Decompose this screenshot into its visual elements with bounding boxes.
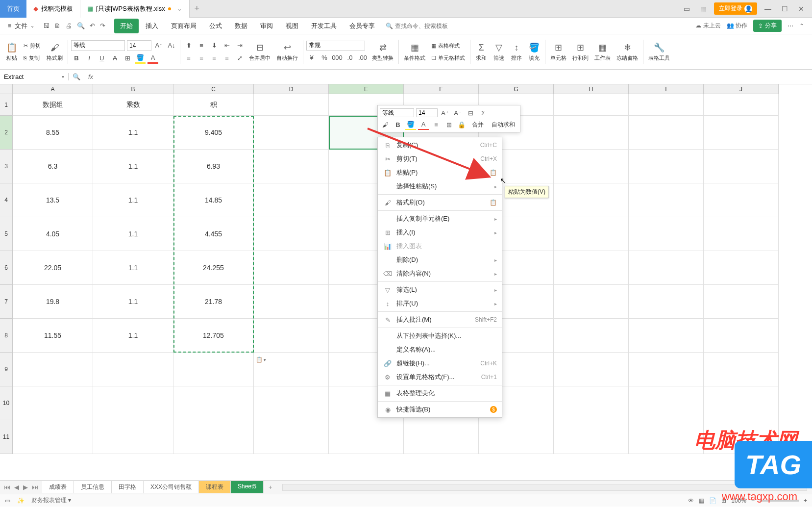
- paste-special-icon[interactable]: 📋: [490, 199, 497, 206]
- cell[interactable]: [629, 217, 704, 251]
- context-menu-item[interactable]: ⊞插入(I)▸: [378, 226, 502, 239]
- increase-font-icon[interactable]: A↑: [153, 40, 164, 51]
- search-input[interactable]: [395, 23, 454, 29]
- column-header[interactable]: A: [13, 84, 93, 94]
- cell[interactable]: [704, 150, 779, 183]
- sort-button[interactable]: ↕排序: [509, 41, 524, 63]
- minimize-button[interactable]: —: [762, 3, 774, 15]
- context-menu-item[interactable]: ✂剪切(T)Ctrl+X: [378, 152, 502, 166]
- align-middle-icon[interactable]: ≡: [196, 40, 207, 51]
- align-left-icon[interactable]: ≡: [183, 53, 194, 64]
- cell[interactable]: 9.405: [173, 116, 254, 150]
- context-menu-item[interactable]: 插入复制单元格(E)▸: [378, 212, 502, 226]
- view-normal-icon[interactable]: ▦: [699, 497, 704, 504]
- cell[interactable]: [13, 386, 93, 420]
- cell[interactable]: 19.8: [13, 285, 93, 319]
- cell[interactable]: [254, 386, 329, 420]
- cell[interactable]: [254, 251, 329, 285]
- ribbon-tab-view[interactable]: 视图: [280, 19, 304, 33]
- cell[interactable]: [704, 420, 779, 454]
- name-box-input[interactable]: [4, 73, 53, 80]
- zoom-level[interactable]: 100%: [731, 497, 746, 504]
- cell[interactable]: [173, 353, 254, 386]
- comma-icon[interactable]: 000: [332, 52, 343, 63]
- underline-button[interactable]: U: [97, 53, 107, 64]
- cell[interactable]: [629, 116, 704, 150]
- sheet-nav-last-icon[interactable]: ⏭: [31, 483, 39, 491]
- cell[interactable]: [629, 353, 704, 386]
- font-size-select[interactable]: [127, 40, 151, 51]
- font-name-select[interactable]: [71, 40, 125, 51]
- column-header[interactable]: G: [479, 84, 554, 94]
- cell[interactable]: 21.78: [173, 285, 254, 319]
- cell[interactable]: [254, 420, 329, 454]
- ribbon-tab-formula[interactable]: 公式: [203, 19, 228, 33]
- mini-fill-color-icon[interactable]: 🪣: [405, 119, 416, 130]
- cell[interactable]: [554, 420, 629, 454]
- cell[interactable]: [254, 150, 329, 183]
- cell[interactable]: [93, 386, 173, 420]
- cell[interactable]: [629, 183, 704, 217]
- cell[interactable]: [704, 353, 779, 386]
- align-right-icon[interactable]: ≡: [209, 53, 220, 64]
- ribbon-tab-start[interactable]: 开始: [114, 19, 139, 33]
- mini-decrease-font-icon[interactable]: A⁻: [452, 107, 463, 118]
- row-header[interactable]: 8: [0, 319, 13, 353]
- cell[interactable]: [93, 420, 173, 454]
- mini-border-icon[interactable]: ⊞: [443, 119, 454, 130]
- cell[interactable]: 1.1: [93, 217, 173, 251]
- name-box[interactable]: ▾: [0, 73, 69, 80]
- ribbon-tab-layout[interactable]: 页面布局: [165, 19, 202, 33]
- context-menu-item[interactable]: ⚙设置单元格格式(F)...Ctrl+1: [378, 370, 502, 384]
- cell[interactable]: [629, 251, 704, 285]
- row-header[interactable]: 1: [0, 94, 13, 116]
- login-button[interactable]: 立即登录 👤: [714, 2, 757, 15]
- cell[interactable]: [629, 150, 704, 183]
- decrease-decimal-icon[interactable]: .0: [344, 52, 355, 63]
- grid-view-icon[interactable]: ▭: [681, 3, 692, 15]
- cell[interactable]: [254, 183, 329, 217]
- view-break-icon[interactable]: ⊞: [721, 497, 726, 504]
- cell[interactable]: [629, 319, 704, 353]
- cell[interactable]: [704, 217, 779, 251]
- row-header[interactable]: 9: [0, 353, 13, 386]
- fill-button[interactable]: 🪣填充: [526, 41, 542, 63]
- type-convert-button[interactable]: ⇄类型转换: [370, 41, 395, 63]
- context-menu-item[interactable]: 🖌格式刷(O)📋: [378, 196, 502, 209]
- cell[interactable]: 1.1: [93, 183, 173, 217]
- cell[interactable]: [704, 319, 779, 353]
- column-header[interactable]: H: [554, 84, 629, 94]
- percent-icon[interactable]: %: [319, 52, 330, 63]
- fx-icon[interactable]: fx: [84, 73, 97, 80]
- context-menu-item[interactable]: 📋粘贴(P)📋: [378, 166, 502, 179]
- paste-special-icon[interactable]: 📋: [490, 169, 497, 176]
- column-header[interactable]: D: [254, 84, 329, 94]
- sheet-tab[interactable]: XXX公司销售额: [144, 481, 199, 493]
- cell[interactable]: [704, 94, 779, 116]
- justify-icon[interactable]: ≡: [221, 53, 232, 64]
- cell[interactable]: 4.455: [173, 217, 254, 251]
- cell[interactable]: [254, 285, 329, 319]
- cell[interactable]: 6.93: [173, 150, 254, 183]
- column-header[interactable]: I: [629, 84, 704, 94]
- mini-format-painter-icon[interactable]: 🖌: [380, 119, 391, 130]
- row-header[interactable]: 3: [0, 150, 13, 183]
- status-ai-icon[interactable]: ✨: [17, 497, 25, 504]
- cell[interactable]: [704, 183, 779, 217]
- view-eye-icon[interactable]: 👁: [688, 497, 694, 504]
- mini-bold-icon[interactable]: B: [393, 119, 403, 130]
- cell[interactable]: 8.55: [13, 116, 93, 150]
- save-icon[interactable]: 🖫: [43, 22, 49, 29]
- mini-align-icon[interactable]: ≡: [431, 119, 442, 130]
- context-menu-item[interactable]: 🔗超链接(H)...Ctrl+K: [378, 356, 502, 370]
- cell[interactable]: [554, 285, 629, 319]
- row-header[interactable]: 2: [0, 116, 13, 150]
- zoom-slider[interactable]: [760, 500, 799, 502]
- row-header[interactable]: 7: [0, 285, 13, 319]
- border-button[interactable]: ⊞: [122, 53, 133, 64]
- cell[interactable]: [173, 420, 254, 454]
- sum-button[interactable]: Σ求和: [473, 41, 489, 63]
- sheet-nav-prev-icon[interactable]: ◀: [13, 483, 20, 491]
- mini-merge-button[interactable]: 合并: [469, 120, 487, 130]
- maximize-button[interactable]: ☐: [779, 3, 790, 15]
